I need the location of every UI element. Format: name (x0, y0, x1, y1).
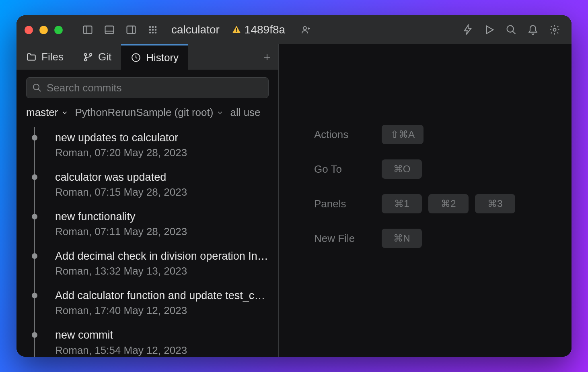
commit-title: new functionality (55, 210, 270, 224)
shortcut-label: New File (314, 232, 370, 245)
commit-title: Add decimal check in division operation … (55, 249, 270, 263)
kbd-panel-1[interactable]: ⌘1 (382, 194, 422, 213)
shortcut-label: Actions (314, 128, 370, 141)
commit-meta: Roman, 13:32 May 13, 2023 (55, 265, 270, 277)
commit-hash: 1489f8a (245, 23, 285, 36)
branch-icon (83, 52, 93, 62)
commit-item[interactable]: calculator was updated Roman, 07:15 May … (16, 165, 278, 204)
commit-meta: Roman, 17:40 May 12, 2023 (55, 304, 270, 317)
chevron-down-icon (61, 109, 68, 116)
title-bar: calculator 1489f8a (16, 15, 572, 44)
svg-point-25 (90, 53, 92, 55)
warning-icon (232, 25, 241, 35)
svg-rect-0 (84, 26, 92, 34)
svg-point-7 (152, 26, 154, 28)
commit-title: Add calculator function and update test_… (55, 289, 270, 303)
shortcut-label: Panels (314, 198, 370, 210)
commit-meta: Roman, 15:54 May 12, 2023 (55, 344, 270, 357)
body: Files Git History (16, 44, 572, 357)
tab-git[interactable]: Git (73, 44, 121, 70)
folder-icon (26, 52, 37, 62)
svg-line-21 (513, 31, 516, 34)
search-box[interactable] (26, 77, 269, 98)
commit-meta: Roman, 07:11 May 28, 2023 (55, 225, 270, 238)
svg-point-12 (149, 32, 151, 34)
svg-point-17 (303, 27, 306, 30)
commit-filters: master PythonRerunSample (git root) all … (16, 98, 278, 123)
svg-point-8 (155, 26, 157, 28)
commit-meta: Roman, 07:20 May 28, 2023 (55, 147, 270, 159)
close-window-button[interactable] (25, 26, 33, 34)
shortcut-label: Go To (314, 163, 370, 176)
tab-label: History (146, 52, 179, 64)
kbd-panel-3[interactable]: ⌘3 (475, 194, 515, 213)
kbd-panel-2[interactable]: ⌘2 (428, 194, 469, 213)
run-icon[interactable] (481, 21, 498, 39)
shortcut-row-goto: Go To ⌘O (314, 159, 572, 179)
svg-point-6 (149, 26, 151, 28)
root-filter[interactable]: PythonRerunSample (git root) (75, 106, 224, 119)
commit-item[interactable]: Add calculator function and update test_… (16, 283, 278, 322)
svg-point-10 (152, 29, 154, 31)
user-filter[interactable]: all use (230, 106, 260, 119)
svg-point-22 (553, 29, 556, 31)
shortcut-row-actions: Actions ⇧⌘A (314, 125, 572, 144)
svg-point-11 (155, 29, 157, 31)
commit-item[interactable]: new functionality Roman, 07:11 May 28, 2… (16, 204, 278, 244)
svg-point-13 (152, 32, 154, 34)
svg-point-20 (507, 26, 514, 32)
commit-item[interactable]: Add decimal check in division operation … (16, 244, 278, 283)
kbd-newfile[interactable]: ⌘N (382, 229, 422, 248)
kbd-actions[interactable]: ⇧⌘A (382, 125, 424, 144)
minimize-window-button[interactable] (39, 26, 48, 34)
svg-rect-16 (236, 31, 237, 32)
svg-point-29 (33, 84, 39, 90)
tab-history[interactable]: History (121, 44, 188, 70)
tab-label: Files (41, 51, 64, 63)
plus-icon (262, 52, 272, 62)
commit-title: new updates to calculator (55, 131, 270, 145)
search-input[interactable] (47, 82, 263, 94)
svg-rect-2 (105, 26, 114, 34)
shortcut-row-newfile: New File ⌘N (314, 229, 572, 248)
shortcut-row-panels: Panels ⌘1 ⌘2 ⌘3 (314, 194, 572, 213)
add-tab-button[interactable] (256, 44, 278, 70)
clock-icon (131, 52, 141, 63)
commit-meta: Roman, 07:15 May 28, 2023 (55, 186, 270, 198)
commit-list: new updates to calculator Roman, 07:20 M… (16, 123, 278, 357)
app-grid-icon[interactable] (144, 21, 162, 39)
svg-point-23 (84, 53, 86, 55)
svg-rect-15 (236, 28, 237, 31)
search-wrap (16, 70, 278, 98)
kbd-goto[interactable]: ⌘O (382, 159, 422, 179)
gear-icon[interactable] (546, 21, 563, 39)
project-name[interactable]: calculator (171, 23, 220, 36)
bell-icon[interactable] (524, 21, 542, 39)
tabs-row: Files Git History (16, 44, 278, 70)
tab-label: Git (98, 51, 111, 63)
commit-item[interactable]: new commit Roman, 15:54 May 12, 2023 (16, 322, 278, 357)
commit-title: calculator was updated (55, 170, 270, 184)
chevron-down-icon (216, 109, 224, 116)
commit-item[interactable]: new updates to calculator Roman, 07:20 M… (16, 125, 278, 165)
vcs-status[interactable]: 1489f8a (232, 23, 285, 36)
svg-point-24 (84, 58, 86, 60)
panel-bottom-icon[interactable] (101, 21, 118, 39)
search-icon[interactable] (502, 21, 520, 39)
left-pane: Files Git History (16, 44, 279, 357)
tab-files[interactable]: Files (16, 44, 73, 70)
right-pane: Actions ⇧⌘A Go To ⌘O Panels ⌘1 ⌘2 ⌘3 (279, 44, 572, 357)
traffic-lights (25, 26, 63, 34)
bolt-icon[interactable] (459, 21, 477, 39)
svg-point-9 (149, 29, 151, 31)
svg-rect-4 (127, 26, 136, 34)
panel-left-icon[interactable] (79, 21, 97, 39)
add-user-icon[interactable] (297, 21, 315, 39)
commit-title: new commit (55, 328, 270, 342)
svg-point-14 (155, 32, 157, 34)
branch-filter[interactable]: master (26, 106, 68, 119)
panel-right-icon[interactable] (122, 21, 140, 39)
branch-name: master (26, 106, 58, 119)
root-name: PythonRerunSample (git root) (75, 106, 213, 119)
maximize-window-button[interactable] (54, 26, 63, 34)
